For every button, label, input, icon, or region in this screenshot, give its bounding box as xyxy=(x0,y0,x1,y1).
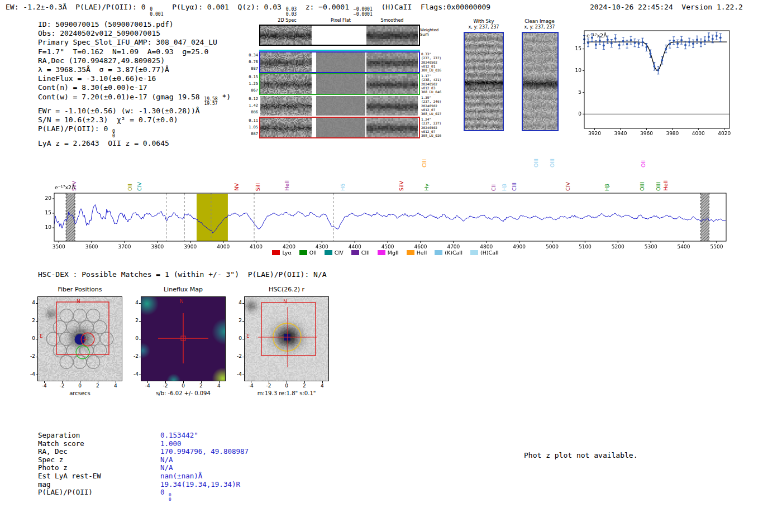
cutout-x-tick-label: 4 xyxy=(110,383,121,389)
tick-mark xyxy=(165,381,166,383)
with-sky-image xyxy=(464,32,504,131)
header-segment: (H)CaII xyxy=(381,3,412,11)
fiber-circle xyxy=(53,320,66,334)
spec2d-weighted-2dspec xyxy=(260,26,312,45)
cutout-y-tick-label: 0 xyxy=(126,336,139,341)
legend-label: HeII xyxy=(417,250,427,256)
with-sky-coords: x, y: 237, 237 xyxy=(458,25,509,30)
match-row-value: nan(±nan)Å xyxy=(160,472,202,480)
cutout-x-tick-label: -2 xyxy=(263,383,274,389)
fiber-circle xyxy=(60,332,73,346)
fiber-circle xyxy=(53,344,66,357)
stacked-value: −0.0001−0.0001 xyxy=(354,7,373,17)
fiber-circle xyxy=(46,332,60,346)
cutout-y-tick-label: 4 xyxy=(23,300,35,305)
spec2d-row-pixelflat xyxy=(316,96,365,116)
cutout-x-tick-label: -2 xyxy=(56,383,68,389)
spec2d-row-2dspec xyxy=(260,96,312,116)
info-line: Cont(n) = 8.30(±0.00)e-17 xyxy=(38,83,231,92)
caii-k-marker-line xyxy=(259,50,420,51)
match-row-value: 19.34(19.34,19.34)R xyxy=(160,480,240,488)
match-row-value: 0 00 xyxy=(160,488,171,502)
tick-mark xyxy=(287,381,287,383)
legend-swatch xyxy=(351,250,359,255)
cutout-y-tick-label: 0 xyxy=(230,336,242,341)
elixer-report-page: EW: -1.2±-0.3Å P(LAE)/P(OII): 0 00.001 P… xyxy=(0,0,782,532)
match-row-value: 1.000 xyxy=(160,439,182,448)
fiber-circle xyxy=(66,344,80,357)
legend-swatch xyxy=(378,250,385,255)
fiber-positions-title: Fiber Positions xyxy=(38,286,122,293)
legend-item: CIII xyxy=(351,250,370,256)
cutout-y-tick-label: 2 xyxy=(230,318,242,323)
clean-image xyxy=(522,32,559,131)
info-line: RA,Dec (170.994827,49.809025) xyxy=(38,56,231,65)
legend-item: OII xyxy=(299,250,317,256)
fiber-circle xyxy=(73,356,87,369)
spec2d-row-annotations: 0.33" (237, 237) 20240502 v012_01 308_LU… xyxy=(421,52,455,72)
compass-north-label: N xyxy=(180,299,184,304)
fiber-positions-caption: arcsecs xyxy=(38,390,122,396)
cutout-y-tick-label: 4 xyxy=(230,300,242,305)
fiber-positions-overlay xyxy=(38,297,122,381)
info-line: F=1.7" T=0.162 N=1.09 A=0.93 g=25.0 xyxy=(38,47,231,56)
header-segment: z: −0.0001 xyxy=(306,3,349,11)
cutout-y-tick-label: -2 xyxy=(23,353,35,359)
spec2d-weighted-smoothed xyxy=(366,26,418,45)
spectral-line-labels: SiIVOIICIVNVSiIIHeIIHδSiIVCIIIHγCIIHβCII… xyxy=(35,143,736,192)
spec2d-col-header: Smoothed xyxy=(366,18,418,23)
cutout-y-tick-label: -2 xyxy=(126,353,139,359)
clean-image-title: Clean Image xyxy=(514,18,565,24)
tick-mark xyxy=(80,381,80,383)
legend-swatch xyxy=(325,250,332,255)
spec2d-row-frame xyxy=(259,73,420,95)
crosshair xyxy=(158,313,208,363)
cutout-y-tick-label: -4 xyxy=(23,371,35,377)
tick-mark xyxy=(147,381,148,383)
cutout-x-tick-label: -4 xyxy=(245,383,256,389)
match-row-value: 0.153442" xyxy=(160,431,198,439)
lineflux-map-caption: s/b: -6.02 +/- 0.094 xyxy=(141,390,225,396)
lineflux-map-title: Lineflux Map xyxy=(141,286,225,293)
cutout-x-tick-label: 0 xyxy=(178,383,189,389)
cutout-x-tick-label: 4 xyxy=(213,383,225,389)
legend-item: MgII xyxy=(378,250,399,256)
spec2d-row-annotations: 1.17" (238, 421) 20240502 v012_03 308_LU… xyxy=(421,74,455,94)
stacked-value: 19.5819.57 xyxy=(204,97,217,107)
spec2d-col-header: Pixel Flat xyxy=(316,18,365,23)
cutout-x-tick-label: -2 xyxy=(160,383,171,389)
legend-item: CIV xyxy=(325,250,344,256)
match-row-label: RA, Dec xyxy=(38,447,68,456)
fiber-circle xyxy=(93,320,107,334)
stacked-value: 0.030.03 xyxy=(286,7,297,17)
spec2d-row-frame xyxy=(259,117,420,138)
fiber-circle xyxy=(100,332,113,346)
info-line: Obs: 20240502v012_5090070015 xyxy=(38,29,231,38)
tick-mark xyxy=(304,381,305,383)
legend-label: MgII xyxy=(388,250,399,256)
legend-swatch xyxy=(470,250,478,255)
cutout-x-tick-label: 0 xyxy=(281,383,292,389)
cutout-x-tick-label: -4 xyxy=(39,383,50,389)
clean-image-coords: x, y: 237, 237 xyxy=(514,25,565,30)
weighted-sum-label: Weighted xyxy=(420,28,438,32)
header-segment: Flags:0x00000009 xyxy=(421,3,490,11)
compass-north-label: N xyxy=(77,299,80,304)
info-line: LineFlux = -3.10(±0.66)e-16 xyxy=(38,74,231,83)
full-spectrum-plot xyxy=(35,189,736,253)
legend-swatch xyxy=(407,250,414,255)
catalog-extent-box xyxy=(261,303,316,356)
detection-info-block: ID: 5090070015 (5090070015.pdf)Obs: 2024… xyxy=(38,20,231,148)
stacked-value: 00 xyxy=(112,130,115,139)
tick-mark xyxy=(116,381,116,383)
spectral-line-label: OIII xyxy=(533,159,539,167)
info-line: ID: 5090070015 (5090070015.pdf) xyxy=(38,20,231,29)
legend-item: Lyα xyxy=(272,250,291,256)
line-fit-zoom-plot xyxy=(565,27,733,138)
header-summary: EW: -1.2±-0.3Å P(LAE)/P(OII): 0 00.001 P… xyxy=(6,3,490,17)
stacked-value: 00.001 xyxy=(150,7,163,17)
legend-label: Lyα xyxy=(282,250,291,256)
compass-east-label: E xyxy=(246,333,250,339)
lineflux-crosshair-overlay xyxy=(141,297,225,381)
legend-label: (K)CaII xyxy=(445,250,462,256)
